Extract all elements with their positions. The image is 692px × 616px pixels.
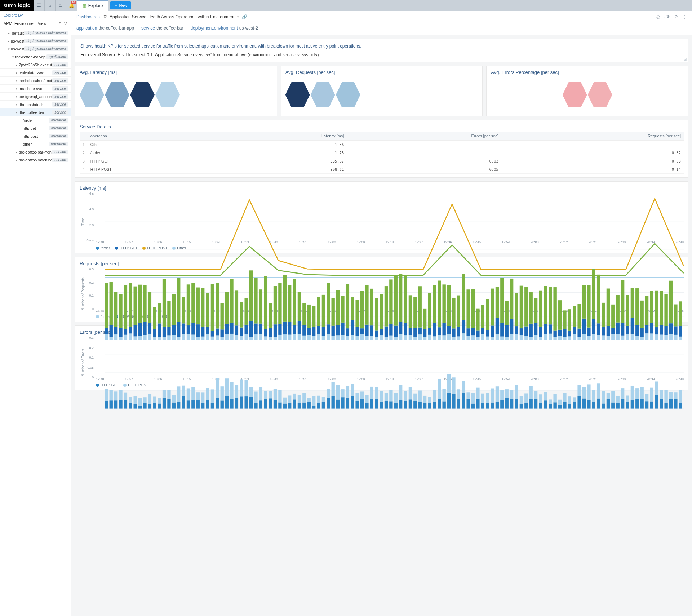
svg-rect-576 <box>592 390 595 402</box>
svg-rect-322 <box>607 289 610 326</box>
tree-item[interactable]: http postoperation <box>0 132 71 140</box>
svg-rect-340 <box>635 288 639 325</box>
tree-item[interactable]: ▸the-coffee-bar-front...service <box>0 148 71 156</box>
svg-rect-432 <box>244 380 248 396</box>
folder-icon[interactable]: 🗀 <box>56 0 66 11</box>
svg-rect-256 <box>500 278 504 323</box>
svg-rect-392 <box>148 394 151 404</box>
tree-item[interactable]: ▸postgresql_accountservice <box>0 93 71 101</box>
svg-rect-121 <box>283 275 287 322</box>
table-row[interactable]: 4HTTP POST908.610.050.14 <box>80 165 684 174</box>
filter-icon[interactable]: ⧩ <box>64 21 67 26</box>
tree-item[interactable]: ▸7pxfz26o5h.execute...service <box>0 61 71 69</box>
panel-title: Avg. Errors Percentage [per sec] <box>491 70 684 75</box>
resize-handle-icon[interactable]: ◢ <box>684 57 687 61</box>
svg-rect-606 <box>664 390 667 403</box>
svg-rect-33 <box>143 322 146 335</box>
chart-svg[interactable] <box>85 337 684 409</box>
svg-rect-358 <box>664 294 667 326</box>
chevron-down-icon[interactable]: ▾ <box>237 15 239 19</box>
tree-item[interactable]: ▾the-coffee-bar-appapplication <box>0 53 71 61</box>
app-menu-icon[interactable]: ⋮ <box>682 0 692 11</box>
chart-svg[interactable] <box>85 193 684 278</box>
tree-item[interactable]: otheroperation <box>0 140 71 148</box>
honeycomb-cell[interactable] <box>563 81 587 109</box>
panel-avg-errors: Avg. Errors Percentage [per sec] <box>486 66 688 116</box>
svg-rect-434 <box>249 387 253 397</box>
svg-rect-355 <box>660 291 663 325</box>
svg-rect-496 <box>399 385 402 400</box>
svg-rect-360 <box>669 323 673 334</box>
apm-view-select[interactable]: APM: Environment View ▾ ⧩ <box>0 19 71 29</box>
svg-rect-342 <box>640 328 643 337</box>
refresh-icon[interactable]: ⟳ <box>675 14 678 19</box>
svg-rect-327 <box>616 323 620 334</box>
bell-icon[interactable]: 🔔10 <box>66 0 77 11</box>
honeycomb-cell[interactable] <box>588 81 612 109</box>
link-icon[interactable]: 🔗 <box>242 14 247 19</box>
more-icon[interactable]: ⋮ <box>683 14 687 19</box>
svg-rect-458 <box>307 398 311 402</box>
breadcrumb-root[interactable]: Dashboards <box>76 14 100 19</box>
new-button[interactable]: ＋ New <box>110 1 131 9</box>
honeycomb-cell[interactable] <box>130 81 155 109</box>
svg-rect-398 <box>163 390 166 397</box>
svg-rect-433 <box>249 397 253 409</box>
tree-item[interactable]: ▸machine-svcservice <box>0 85 71 93</box>
filter-tag[interactable]: servicethe-coffee-bar <box>141 26 183 31</box>
tree-item[interactable]: http getoperation <box>0 124 71 132</box>
svg-rect-611 <box>679 403 682 408</box>
svg-rect-27 <box>134 325 137 336</box>
svg-rect-162 <box>351 320 354 335</box>
svg-rect-401 <box>172 403 176 409</box>
filter-tag[interactable]: deployment.environmentus-west-2 <box>190 26 258 31</box>
svg-rect-499 <box>409 399 412 408</box>
svg-rect-70 <box>201 288 204 327</box>
filter-tag[interactable]: applicationthe-coffee-bar-app <box>76 26 134 31</box>
svg-rect-502 <box>413 394 417 401</box>
svg-rect-118 <box>278 283 281 324</box>
honeycomb-cell[interactable] <box>80 81 104 109</box>
table-row[interactable]: 3HTTP GET335.670.030.03 <box>80 157 684 165</box>
svg-rect-609 <box>674 399 677 408</box>
tree-item-tag: operation <box>49 134 68 138</box>
honeycomb-cell[interactable] <box>105 81 129 109</box>
svg-rect-357 <box>664 326 667 335</box>
honeycomb-cell[interactable] <box>336 81 360 109</box>
tree-item[interactable]: ▾us-west...deployment.environment <box>0 45 71 53</box>
svg-rect-537 <box>500 400 504 409</box>
tree-item[interactable]: ▸lambda-cakesfuncti...service <box>0 77 71 85</box>
tab-explore[interactable]: ▦ Explore <box>77 0 108 11</box>
expand-icon: ▸ <box>16 63 18 67</box>
svg-rect-533 <box>491 403 494 409</box>
tree-item[interactable]: ▸us-west...deployment.environment <box>0 37 71 45</box>
tree-item[interactable]: ▸the-cashdeskservice <box>0 101 71 108</box>
tree-item[interactable]: ▸defaultdeployment.environment <box>0 29 71 37</box>
menu-icon[interactable]: ☰ <box>34 0 45 11</box>
time-range[interactable]: -3h <box>664 14 670 19</box>
table-row[interactable]: 2/order1.730.02 <box>80 149 684 157</box>
svg-rect-301 <box>573 306 576 327</box>
honeycomb-cell[interactable] <box>155 81 180 109</box>
honeycomb-cell[interactable] <box>311 81 335 109</box>
chart-svg[interactable] <box>85 269 684 340</box>
svg-rect-572 <box>582 387 586 399</box>
tree-item[interactable]: /orderoperation <box>0 116 71 124</box>
svg-rect-37 <box>148 292 151 323</box>
honeycomb-cell[interactable] <box>285 81 310 109</box>
svg-rect-592 <box>631 386 634 400</box>
svg-rect-563 <box>563 402 566 409</box>
table-row[interactable]: 1Other1.56 <box>80 141 684 149</box>
brand-logo[interactable]: sumo logic <box>0 0 34 11</box>
panel-menu-icon[interactable]: ⋮ <box>681 42 685 47</box>
svg-rect-608 <box>669 392 673 399</box>
svg-rect-153 <box>336 325 340 335</box>
tree-item[interactable]: ▾the-coffee-barservice <box>0 108 71 116</box>
tree-item[interactable]: ▸calculator-svcservice <box>0 69 71 77</box>
tree-item[interactable]: ▸the-coffee-machineservice <box>0 156 71 164</box>
svg-rect-605 <box>664 403 667 409</box>
svg-rect-448 <box>283 398 287 404</box>
home-icon[interactable]: ⌂ <box>45 0 56 11</box>
svg-rect-40 <box>153 307 156 329</box>
svg-rect-97 <box>244 298 248 325</box>
